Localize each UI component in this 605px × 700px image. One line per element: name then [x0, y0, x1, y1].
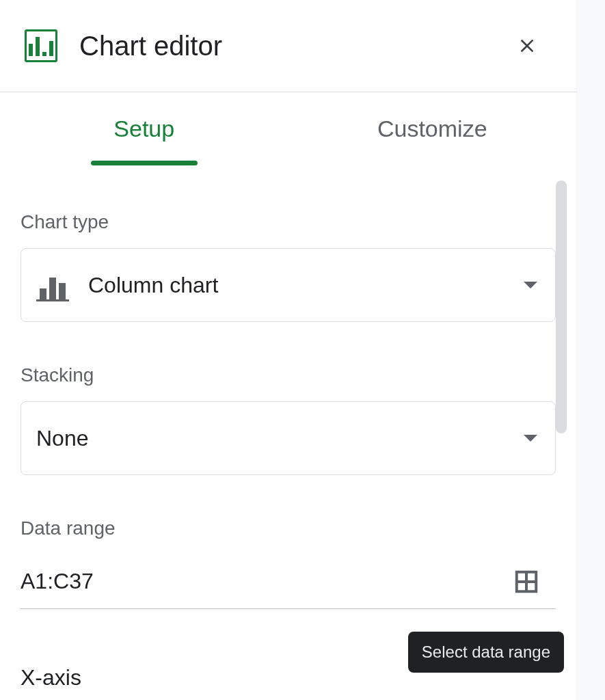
chart-editor-header: Chart editor — [0, 0, 576, 92]
tab-setup-label: Setup — [113, 116, 174, 142]
chart-editor-icon — [25, 29, 57, 62]
data-range-row — [21, 554, 556, 609]
chevron-down-icon — [524, 435, 537, 442]
chart-type-value: Column chart — [88, 273, 524, 298]
editor-tabs: Setup Customize — [0, 92, 576, 165]
column-chart-icon — [36, 269, 69, 301]
data-range-input[interactable] — [21, 569, 512, 594]
chart-type-label: Chart type — [21, 211, 556, 233]
stacking-dropdown[interactable]: None — [21, 401, 556, 475]
close-icon — [516, 35, 538, 57]
tab-active-underline — [91, 161, 198, 165]
right-edge-gutter — [576, 0, 605, 700]
panel-title: Chart editor — [79, 31, 511, 62]
chevron-down-icon — [524, 282, 537, 288]
close-button[interactable] — [511, 29, 543, 62]
scrollbar-thumb[interactable] — [556, 180, 567, 433]
grid-icon — [513, 569, 539, 595]
select-data-range-tooltip: Select data range — [408, 632, 564, 673]
stacking-label: Stacking — [21, 364, 556, 386]
data-range-label: Data range — [21, 517, 556, 539]
tab-setup[interactable]: Setup — [0, 116, 288, 142]
tab-customize[interactable]: Customize — [288, 116, 577, 142]
select-data-range-button[interactable] — [512, 567, 541, 596]
stacking-value: None — [36, 426, 524, 451]
chart-type-dropdown[interactable]: Column chart — [21, 248, 556, 322]
tab-customize-label: Customize — [377, 116, 487, 142]
